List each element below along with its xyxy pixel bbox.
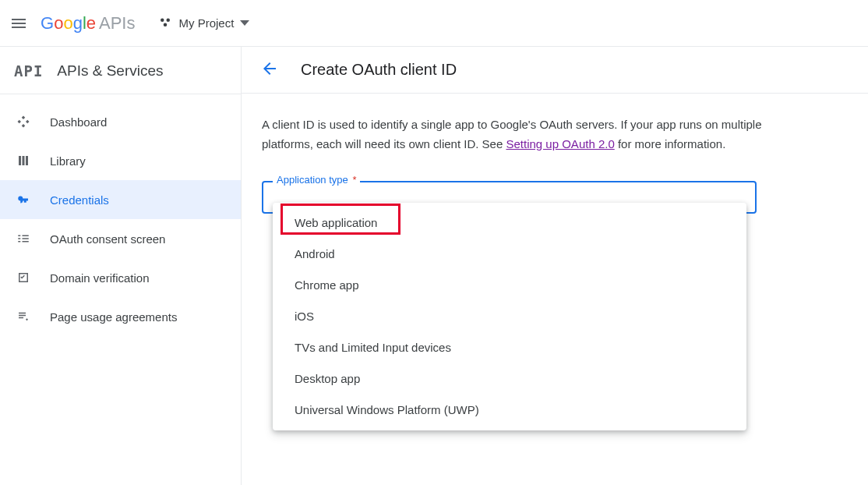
shell: API APIs & Services Dashboard Library [0, 47, 868, 485]
sidebar-item-label: Domain verification [50, 271, 150, 285]
svg-point-0 [161, 19, 164, 23]
option-ios[interactable]: iOS [273, 301, 746, 332]
sidebar-item-credentials[interactable]: Credentials [0, 180, 241, 219]
library-icon [14, 154, 33, 168]
sidebar-item-domain-verification[interactable]: Domain verification [0, 258, 241, 297]
sidebar-item-dashboard[interactable]: Dashboard [0, 102, 241, 141]
application-type-field: Application type * Web application Andro… [262, 181, 782, 214]
oauth-setup-link[interactable]: Setting up OAuth 2.0 [506, 137, 614, 150]
google-apis-logo[interactable]: Google APIs [41, 13, 135, 34]
svg-point-2 [164, 23, 168, 27]
sidebar-section-title: APIs & Services [57, 62, 163, 80]
sidebar-item-page-usage[interactable]: Page usage agreements [0, 297, 241, 336]
main-content: Create OAuth client ID A client ID is us… [242, 47, 868, 485]
project-dots-icon [158, 15, 172, 31]
dashboard-icon [14, 115, 33, 129]
option-label: Desktop app [295, 372, 360, 385]
sidebar-item-oauth-consent[interactable]: OAuth consent screen [0, 219, 241, 258]
api-badge-icon: API [14, 62, 43, 80]
option-label: Chrome app [295, 278, 359, 292]
logo-apis-text: APIs [99, 13, 135, 34]
project-name: My Project [178, 16, 234, 30]
option-uwp[interactable]: Universal Windows Platform (UWP) [273, 395, 746, 426]
sidebar-item-label: Page usage agreements [50, 310, 177, 324]
option-desktop-app[interactable]: Desktop app [273, 363, 746, 395]
sidebar-nav: Dashboard Library Credentials OAuth cons… [0, 94, 241, 336]
application-type-dropdown: Web application Android Chrome app iOS T… [273, 203, 746, 430]
sidebar-item-label: Dashboard [50, 115, 107, 129]
option-chrome-app[interactable]: Chrome app [273, 270, 746, 301]
check-box-icon [14, 271, 33, 285]
content-area: A client ID is used to identify a single… [242, 94, 803, 235]
description-post: for more information. [615, 137, 726, 150]
option-tvs-limited-input[interactable]: TVs and Limited Input devices [273, 332, 746, 363]
project-picker[interactable]: My Project [152, 12, 256, 34]
key-icon [14, 193, 33, 207]
option-label: TVs and Limited Input devices [295, 341, 451, 354]
svg-point-1 [167, 19, 171, 23]
sidebar-item-label: Credentials [50, 193, 109, 207]
option-android[interactable]: Android [273, 239, 746, 270]
description-text: A client ID is used to identify a single… [262, 115, 782, 154]
option-label: Android [295, 247, 335, 260]
sidebar-item-label: OAuth consent screen [50, 232, 165, 246]
menu-icon[interactable] [9, 14, 28, 33]
sidebar: API APIs & Services Dashboard Library [0, 47, 242, 485]
agreement-icon [14, 310, 33, 324]
option-label: iOS [295, 310, 314, 323]
main-header: Create OAuth client ID [242, 47, 868, 94]
field-label: Application type * [273, 174, 360, 186]
chevron-down-icon [240, 20, 249, 26]
page-title: Create OAuth client ID [301, 61, 457, 79]
top-bar: Google APIs My Project [0, 0, 868, 47]
option-web-application[interactable]: Web application [273, 207, 746, 239]
field-label-text: Application type [277, 174, 348, 186]
sidebar-item-library[interactable]: Library [0, 141, 241, 180]
back-arrow-icon[interactable] [260, 59, 279, 80]
required-mark: * [352, 174, 356, 186]
sidebar-item-label: Library [50, 154, 86, 168]
option-label: Web application [295, 216, 377, 229]
consent-icon [14, 232, 33, 246]
option-label: Universal Windows Platform (UWP) [295, 403, 479, 416]
sidebar-section-header: API APIs & Services [0, 47, 241, 94]
